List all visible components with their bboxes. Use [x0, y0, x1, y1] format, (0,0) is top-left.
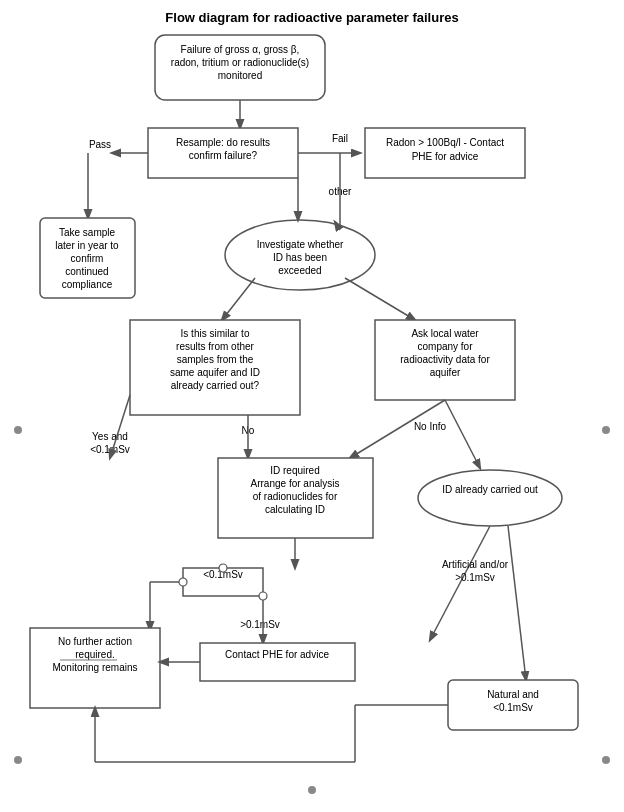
svg-point-66	[602, 756, 610, 764]
pass-label: Pass	[89, 139, 111, 150]
svg-text:confirm: confirm	[71, 253, 104, 264]
svg-text:<0.1mSv: <0.1mSv	[493, 702, 533, 713]
svg-text:continued: continued	[65, 266, 108, 277]
svg-line-22	[222, 278, 255, 320]
radon-node: Radon > 100Bq/l - Contact	[386, 137, 504, 148]
svg-point-69	[179, 578, 187, 586]
take-sample-node: Take sample	[59, 227, 116, 238]
svg-line-48	[430, 526, 490, 640]
svg-text:same aquifer and ID: same aquifer and ID	[170, 367, 260, 378]
svg-text:Monitoring remains: Monitoring remains	[52, 662, 137, 673]
id-required-node: ID required	[270, 465, 319, 476]
id-carried-out-node: ID already carried out	[442, 484, 538, 495]
artificial-label: Artificial and/or	[442, 559, 509, 570]
svg-text:exceeded: exceeded	[278, 265, 321, 276]
no-further-node: No further action	[58, 636, 132, 647]
svg-point-67	[308, 786, 316, 794]
svg-text:later in year to: later in year to	[55, 240, 119, 251]
natural-node: Natural and	[487, 689, 539, 700]
svg-line-23	[345, 278, 415, 320]
svg-line-40	[445, 400, 480, 468]
svg-point-70	[259, 592, 267, 600]
svg-text:radon, tritium or radionuclide: radon, tritium or radionuclide(s)	[171, 57, 309, 68]
diagram-container: Flow diagram for radioactive parameter f…	[0, 0, 624, 812]
start-node: Failure of gross α, gross β,	[181, 44, 300, 55]
svg-text:Arrange for analysis: Arrange for analysis	[251, 478, 340, 489]
svg-point-71	[219, 564, 227, 572]
svg-text:required.: required.	[75, 649, 114, 660]
gt-01-label: >0.1mSv	[240, 619, 280, 630]
no-info-label: No Info	[414, 421, 447, 432]
svg-point-64	[602, 426, 610, 434]
svg-text:<0.1mSv: <0.1mSv	[90, 444, 130, 455]
similar-node: Is this similar to	[181, 328, 250, 339]
svg-text:radioactivity data for: radioactivity data for	[400, 354, 490, 365]
svg-text:company for: company for	[417, 341, 473, 352]
resample-node: Resample: do results	[176, 137, 270, 148]
svg-text:confirm failure?: confirm failure?	[189, 150, 258, 161]
svg-text:monitored: monitored	[218, 70, 262, 81]
svg-point-65	[14, 756, 22, 764]
svg-text:compliance: compliance	[62, 279, 113, 290]
fail-label: Fail	[332, 133, 348, 144]
svg-text:ID has been: ID has been	[273, 252, 327, 263]
svg-text:already carried out?: already carried out?	[171, 380, 260, 391]
diagram-title: Flow diagram for radioactive parameter f…	[165, 10, 458, 25]
svg-text:samples from the: samples from the	[177, 354, 254, 365]
svg-point-39	[418, 470, 562, 526]
contact-phe-node: Contact PHE for advice	[225, 649, 329, 660]
svg-text:aquifer: aquifer	[430, 367, 461, 378]
svg-text:>0.1mSv: >0.1mSv	[455, 572, 495, 583]
svg-point-63	[14, 426, 22, 434]
svg-text:of radionuclides for: of radionuclides for	[253, 491, 338, 502]
svg-text:results from other: results from other	[176, 341, 254, 352]
svg-line-50	[508, 526, 526, 680]
ask-company-node: Ask local water	[411, 328, 479, 339]
investigate-node: Investigate whether	[257, 239, 344, 250]
svg-text:calculating ID: calculating ID	[265, 504, 325, 515]
yes-01-label: Yes and	[92, 431, 128, 442]
svg-text:PHE for advice: PHE for advice	[412, 151, 479, 162]
